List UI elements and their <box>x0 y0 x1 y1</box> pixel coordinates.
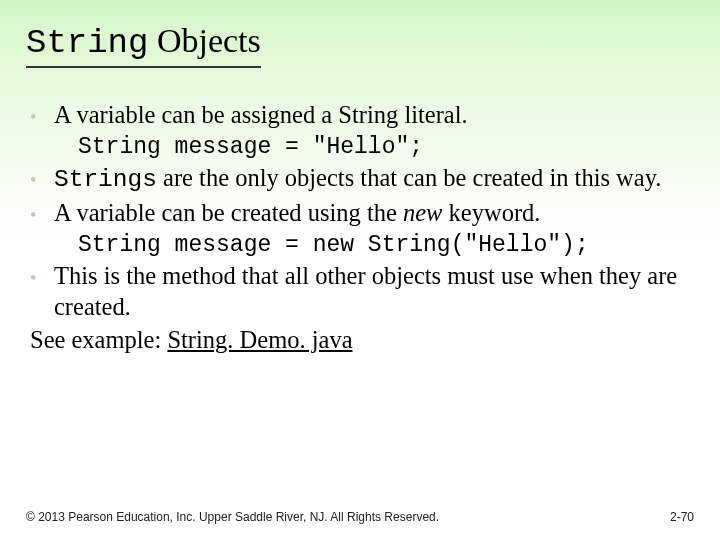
bullet-2-text: Strings are the only objects that can be… <box>54 163 690 196</box>
bullet-2-code: Strings <box>54 166 157 193</box>
code-line-1: String message = "Hello"; <box>78 133 690 162</box>
content-area: • A variable can be assigned a String li… <box>30 100 690 355</box>
bullet-icon: • <box>30 163 54 196</box>
code-line-2: String message = new String("Hello"); <box>78 231 690 260</box>
bullet-2-rest: are the only objects that can be created… <box>157 164 662 191</box>
bullet-icon: • <box>30 198 54 229</box>
bullet-3-italic: new <box>403 199 442 226</box>
bullet-4-text: This is the method that all other object… <box>54 261 690 322</box>
bullet-icon: • <box>30 261 54 322</box>
title-code: String <box>26 24 148 62</box>
slide-title: String Objects <box>26 22 261 68</box>
bullet-1-text: A variable can be assigned a String lite… <box>54 100 690 131</box>
footer-copyright: © 2013 Pearson Education, Inc. Upper Sad… <box>26 510 439 524</box>
bullet-3-text: A variable can be created using the new … <box>54 198 690 229</box>
bullet-3: • A variable can be created using the ne… <box>30 198 690 229</box>
bullet-icon: • <box>30 100 54 131</box>
see-example: See example: String. Demo. java <box>30 325 690 356</box>
bullet-1: • A variable can be assigned a String li… <box>30 100 690 131</box>
bullet-2: • Strings are the only objects that can … <box>30 163 690 196</box>
footer-page-number: 2-70 <box>670 510 694 524</box>
example-link[interactable]: String. Demo. java <box>167 326 352 353</box>
bullet-4: • This is the method that all other obje… <box>30 261 690 322</box>
see-prefix: See example: <box>30 326 167 353</box>
bullet-3-post: keyword. <box>442 199 540 226</box>
bullet-3-pre: A variable can be created using the <box>54 199 403 226</box>
title-rest: Objects <box>148 22 260 59</box>
